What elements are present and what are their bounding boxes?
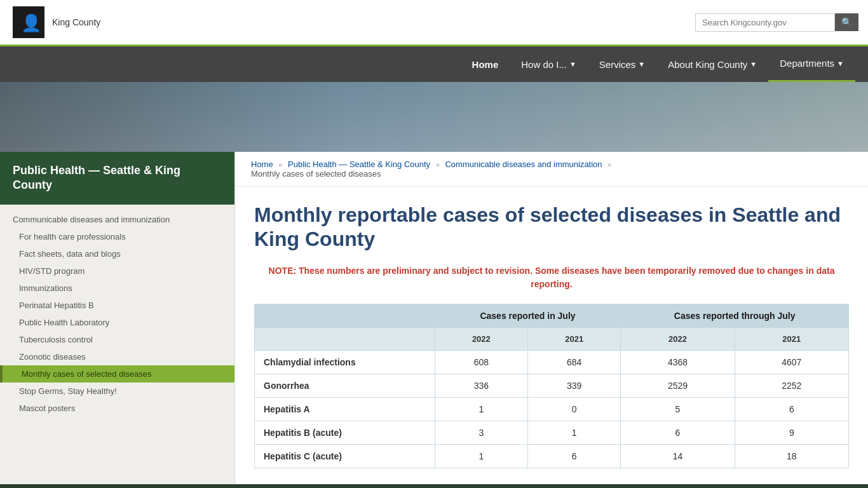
year-header-cell: 2022: [621, 327, 735, 350]
year-header-cell: 2022: [435, 327, 527, 350]
breadcrumb-public-health[interactable]: Public Health — Seattle & King County: [288, 159, 430, 169]
disease-name-cell: Hepatitis C (acute): [255, 444, 435, 468]
page-title: Monthly reportable cases of selected dis…: [254, 203, 849, 252]
data-cell: 339: [528, 374, 621, 397]
data-cell: 18: [735, 444, 848, 468]
main-layout: Public Health — Seattle & King County Co…: [0, 152, 868, 484]
nav-about[interactable]: About King County ▼: [656, 46, 768, 82]
data-cell: 2252: [735, 374, 848, 397]
data-cell: 336: [435, 374, 527, 397]
data-cell: 2529: [621, 374, 735, 397]
breadcrumb-home[interactable]: Home: [251, 159, 273, 169]
sidebar-link[interactable]: Monthly cases of selected diseases: [0, 365, 234, 383]
data-cell: 6: [621, 421, 735, 444]
sidebar: Public Health — Seattle & King County Co…: [0, 152, 235, 484]
sidebar-link[interactable]: Tuberculosis control: [0, 331, 234, 348]
data-cell: 14: [621, 444, 735, 468]
disease-name-cell: Gonorrhea: [255, 374, 435, 397]
data-table: Cases reported in July Cases reported th…: [254, 304, 849, 468]
nav-howdoi[interactable]: How do I... ▼: [510, 46, 588, 82]
sidebar-nav: Communicable diseases and immunization F…: [0, 205, 234, 423]
search-input[interactable]: [695, 13, 835, 32]
logo-area: 👤 King County: [0, 0, 235, 44]
table-row: Hepatitis C (acute)161418: [255, 444, 849, 468]
data-cell: 4368: [621, 350, 735, 374]
hero-image: [0, 82, 868, 152]
table-header-empty: [255, 304, 435, 327]
disease-name-cell: Hepatitis A: [255, 397, 435, 421]
breadcrumb-communicable[interactable]: Communicable diseases and immunization: [445, 159, 602, 169]
data-cell: 4607: [735, 350, 848, 374]
sidebar-link[interactable]: Mascot posters: [0, 400, 234, 417]
year-header-cell: 2021: [735, 327, 848, 350]
year-header-cell: 2021: [528, 327, 621, 350]
table-row: Gonorrhea33633925292252: [255, 374, 849, 397]
nav-departments[interactable]: Departments ▼: [768, 46, 855, 82]
svg-text:👤: 👤: [21, 13, 41, 33]
disease-name-cell: Hepatitis B (acute): [255, 421, 435, 444]
sidebar-links: For health care professionalsFact sheets…: [0, 228, 234, 417]
sidebar-link[interactable]: Fact sheets, data and blogs: [0, 245, 234, 262]
data-cell: 3: [435, 421, 527, 444]
breadcrumb-sep-3: »: [607, 161, 611, 168]
data-cell: 9: [735, 421, 848, 444]
site-footer: Information for... Do more online Get he…: [0, 484, 868, 488]
data-cell: 6: [735, 397, 848, 421]
page-content: Monthly reportable cases of selected dis…: [235, 187, 868, 484]
sidebar-title: Public Health — Seattle & King County: [0, 152, 234, 205]
main-nav: Home How do I... ▼ Services ▼ About King…: [0, 46, 868, 82]
year-header-cell: [255, 327, 435, 350]
note-box: NOTE: These numbers are preliminary and …: [254, 264, 849, 291]
table-body: Chlamydial infections60868443684607Gonor…: [255, 350, 849, 468]
sidebar-link[interactable]: Zoonotic diseases: [0, 348, 234, 365]
breadcrumb: Home » Public Health — Seattle & King Co…: [235, 152, 868, 187]
data-cell: 684: [528, 350, 621, 374]
search-area: 🔍: [686, 0, 868, 44]
year-header-row: 2022202120222021: [255, 327, 849, 350]
table-col-group-july: Cases reported in July: [435, 304, 621, 327]
sidebar-link[interactable]: Perinatal Hepatitis B: [0, 297, 234, 314]
main-content: Home » Public Health — Seattle & King Co…: [235, 152, 868, 484]
table-row: Chlamydial infections60868443684607: [255, 350, 849, 374]
data-cell: 1: [435, 444, 527, 468]
sidebar-link[interactable]: HIV/STD program: [0, 262, 234, 280]
breadcrumb-sep-2: »: [436, 161, 440, 168]
search-button[interactable]: 🔍: [835, 13, 858, 31]
data-cell: 6: [528, 444, 621, 468]
sidebar-link[interactable]: For health care professionals: [0, 228, 234, 245]
logo-text: King County: [52, 17, 100, 27]
sidebar-section-label[interactable]: Communicable diseases and immunization: [0, 211, 234, 228]
sidebar-link[interactable]: Public Health Laboratory: [0, 314, 234, 331]
nav-home[interactable]: Home: [461, 46, 510, 82]
sidebar-link[interactable]: Immunizations: [0, 280, 234, 297]
site-header: 👤 King County 🔍: [0, 0, 868, 46]
data-cell: 1: [435, 397, 527, 421]
breadcrumb-sep-1: »: [278, 161, 282, 168]
sidebar-link[interactable]: Stop Germs, Stay Healthy!: [0, 383, 234, 400]
disease-name-cell: Chlamydial infections: [255, 350, 435, 374]
breadcrumb-current: Monthly cases of selected diseases: [251, 169, 381, 179]
hero-decoration: [0, 82, 868, 152]
data-cell: 608: [435, 350, 527, 374]
data-cell: 1: [528, 421, 621, 444]
table-col-group-through: Cases reported through July: [621, 304, 849, 327]
nav-services[interactable]: Services ▼: [588, 46, 656, 82]
logo-icon: 👤: [13, 6, 44, 38]
table-row: Hepatitis B (acute)3169: [255, 421, 849, 444]
table-row: Hepatitis A1056: [255, 397, 849, 421]
data-cell: 5: [621, 397, 735, 421]
data-cell: 0: [528, 397, 621, 421]
